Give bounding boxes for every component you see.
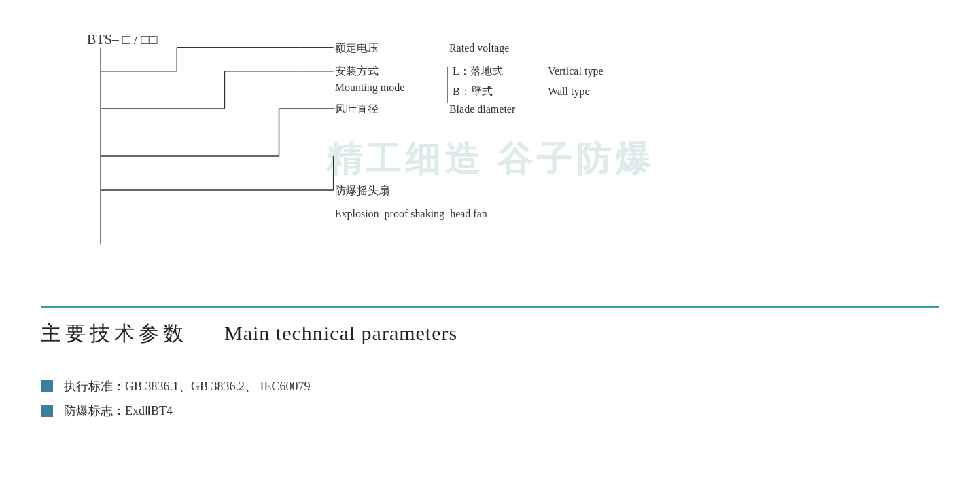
- product-name-en: Explosion–proof shaking–head fan: [335, 208, 487, 220]
- params-title-en: Main technical parameters: [224, 322, 457, 344]
- bullet-square-2: [41, 405, 53, 417]
- params-title: 主要技术参数 Main technical parameters: [41, 320, 939, 348]
- params-title-cn: 主要技术参数: [41, 322, 188, 344]
- page-wrapper: 精工细造 谷子防爆 BTS– □ / □□ 额定电压 Rated voltage…: [0, 0, 980, 447]
- rated-voltage-cn: 额定电压: [335, 42, 379, 54]
- bullet-item-2: 防爆标志：ExdⅡBT4: [41, 403, 939, 419]
- bullet-item-1: 执行标准：GB 3836.1、GB 3836.2、 IEC60079: [41, 378, 939, 394]
- option-l-en: Vertical type: [548, 65, 603, 77]
- option-l-cn: L：落地式: [453, 65, 503, 77]
- blade-diameter-en: Blade diameter: [449, 103, 516, 115]
- option-b-cn: B：壁式: [453, 86, 493, 97]
- bullet-label-2: 防爆标志：ExdⅡBT4: [64, 403, 173, 419]
- model-diagram: BTS– □ / □□ 额定电压 Rated voltage 安装方式 Moun…: [41, 14, 939, 299]
- mounting-mode-cn: 安装方式: [335, 65, 379, 77]
- rated-voltage-en: Rated voltage: [449, 42, 510, 54]
- option-b-en: Wall type: [548, 86, 589, 98]
- model-code: BTS– □ / □□: [87, 32, 158, 47]
- diagram-section: 精工细造 谷子防爆 BTS– □ / □□ 额定电压 Rated voltage…: [41, 14, 939, 299]
- params-divider: [41, 363, 939, 363]
- params-section: 主要技术参数 Main technical parameters 执行标准：GB…: [41, 306, 939, 419]
- blade-diameter-cn: 风叶直径: [335, 103, 379, 115]
- mounting-mode-en: Mounting mode: [335, 81, 405, 94]
- bullet-square-1: [41, 380, 53, 392]
- product-name-cn: 防爆摇头扇: [335, 185, 389, 196]
- bullet-label-1: 执行标准：GB 3836.1、GB 3836.2、 IEC60079: [64, 378, 311, 394]
